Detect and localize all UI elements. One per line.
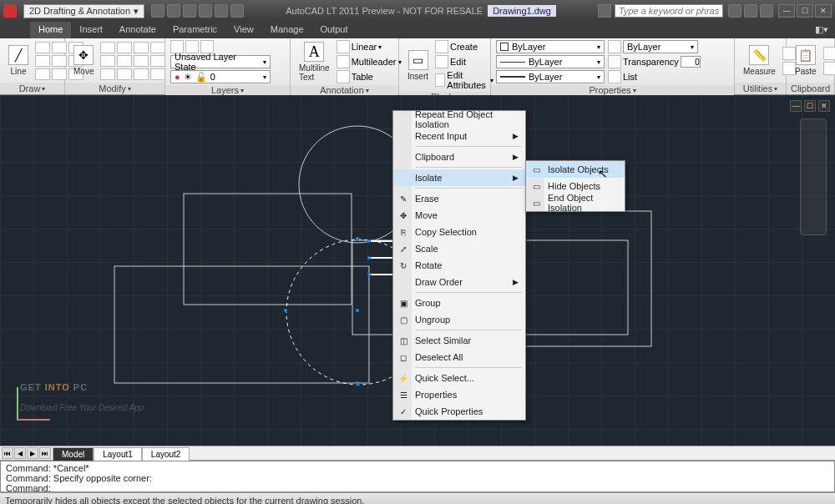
create-button[interactable]: Create [435, 40, 493, 53]
edit-button[interactable]: Edit [435, 55, 493, 68]
ctx-group[interactable]: ▣Group [393, 295, 525, 311]
move-button[interactable]: ✥ Move [70, 43, 97, 78]
cut-icon[interactable] [823, 47, 835, 60]
rect-icon[interactable] [35, 55, 50, 67]
close-button[interactable]: ✕ [815, 4, 832, 18]
scale-icon[interactable] [117, 55, 132, 67]
tab-layout2[interactable]: Layout2 [142, 447, 190, 461]
mtext-button[interactable]: A Multiline Text [296, 40, 333, 83]
paste-button[interactable]: 📋Paste [792, 43, 820, 78]
grip[interactable] [356, 381, 359, 385]
transparency-input[interactable] [681, 56, 701, 68]
ctx-move[interactable]: ✥Move [393, 207, 525, 224]
color-dropdown[interactable]: ByLayer▾ [496, 40, 605, 53]
tab-output[interactable]: Output [312, 22, 357, 38]
rotate-icon[interactable] [117, 42, 132, 53]
measure-button[interactable]: 📏Measure [740, 43, 779, 78]
ctx-properties[interactable]: ☰Properties [393, 386, 525, 403]
spline-icon[interactable] [35, 68, 50, 80]
tab-home[interactable]: Home [30, 22, 71, 38]
qat-redo-icon[interactable] [215, 4, 228, 18]
layer-state-dropdown[interactable]: Unsaved Layer State▾ [170, 55, 271, 68]
canvas-min-icon[interactable]: — [790, 100, 802, 112]
ctx-copy-selection[interactable]: ⎘Copy Selection [393, 224, 525, 240]
grip[interactable] [284, 309, 287, 312]
maximize-button[interactable]: ☐ [797, 4, 813, 18]
qat-open-icon[interactable] [167, 4, 180, 18]
tab-last-icon[interactable]: ⏭ [39, 447, 51, 459]
array-icon[interactable] [134, 68, 149, 80]
ctx-rotate[interactable]: ↻Rotate [393, 257, 525, 274]
tab-prev-icon[interactable]: ◀ [14, 447, 26, 459]
linetype-dropdown[interactable]: ByLayer▾ [496, 55, 605, 68]
ctx-clipboard[interactable]: Clipboard▶ [393, 149, 525, 165]
insert-button[interactable]: ▭ Insert [404, 48, 432, 83]
ctx-deselect-all[interactable]: ◻Deselect All [393, 349, 525, 365]
table-button[interactable]: Table [337, 70, 402, 83]
explode-icon[interactable] [150, 55, 165, 67]
search-input[interactable] [615, 4, 723, 18]
command-line[interactable]: Command: *Cancel* Command: Specify oppos… [0, 461, 835, 492]
ctx-quick-select-[interactable]: ⚡Quick Select... [393, 370, 525, 386]
qat-undo-icon[interactable] [199, 4, 212, 18]
ctx-isolate[interactable]: Isolate▶ [393, 169, 525, 186]
list-button[interactable]: List [608, 70, 708, 83]
search-icon[interactable] [598, 4, 611, 18]
grip[interactable] [367, 239, 371, 243]
minimize-button[interactable]: — [778, 4, 795, 18]
tab-layout1[interactable]: Layout1 [94, 447, 142, 461]
multileader-button[interactable]: Multileader▾ [337, 55, 402, 68]
line-button[interactable]: ╱ Line [5, 43, 32, 78]
ctx-sub-end-object-isolation[interactable]: ▭End Object Isolation [526, 194, 625, 211]
copy-icon[interactable] [100, 42, 115, 53]
mirror-icon[interactable] [100, 55, 115, 67]
erase2-icon[interactable] [150, 42, 165, 53]
qat-save-icon[interactable] [183, 4, 196, 18]
app-logo-icon[interactable] [3, 4, 17, 18]
ctx-sub-hide-objects[interactable]: ▭Hide Objects [526, 178, 625, 194]
tab-model[interactable]: Model [53, 447, 94, 461]
linear-button[interactable]: Linear▾ [337, 40, 402, 53]
tab-next-icon[interactable]: ▶ [27, 447, 38, 459]
ps-icon[interactable] [608, 40, 621, 53]
ribbon-expand-icon[interactable]: ◧▾ [808, 22, 835, 38]
offset-icon[interactable] [150, 68, 165, 80]
tab-insert[interactable]: Insert [71, 22, 111, 38]
ctx-sub-isolate-objects[interactable]: ▭Isolate Objects [526, 161, 625, 178]
ctx-quick-properties[interactable]: ✓Quick Properties [393, 403, 525, 420]
navigation-bar[interactable] [800, 118, 827, 235]
help-icon[interactable] [760, 4, 773, 18]
tab-manage[interactable]: Manage [262, 22, 312, 38]
trim-icon[interactable] [134, 42, 149, 53]
polyline-icon[interactable] [35, 42, 50, 53]
ctx-scale[interactable]: ⤢Scale [393, 240, 525, 257]
fillet-icon[interactable] [100, 68, 115, 80]
grip[interactable] [367, 273, 371, 276]
tab-parametric[interactable]: Parametric [164, 22, 225, 38]
ctx-repeat-end-object-isolation[interactable]: Repeat End Object Isolation [393, 111, 525, 128]
stretch-icon[interactable] [117, 68, 132, 80]
qat-new-icon[interactable] [151, 4, 164, 18]
drawing-canvas[interactable]: — ☐ ✕ GET INTO PC Download Free Your Des… [0, 95, 835, 446]
ctx-select-similar[interactable]: ◫Select Similar [393, 332, 525, 349]
grip[interactable] [356, 309, 359, 312]
tab-view[interactable]: View [225, 22, 262, 38]
editattr-button[interactable]: Edit Attributes▾ [435, 70, 493, 90]
copy2-icon[interactable] [823, 62, 835, 75]
lineweight-dropdown[interactable]: ByLayer▾ [496, 70, 605, 83]
layer-current-dropdown[interactable]: ●☀🔓0▾ [170, 70, 271, 83]
tab-first-icon[interactable]: ⏮ [2, 447, 13, 459]
canvas-max-icon[interactable]: ☐ [804, 100, 816, 112]
grip[interactable] [367, 256, 371, 260]
grip[interactable] [356, 237, 359, 240]
infocenter-icon[interactable] [728, 4, 741, 18]
ctx-ungroup[interactable]: ▢Ungroup [393, 311, 525, 328]
qat-print-icon[interactable] [230, 4, 244, 18]
ctx-draw-order[interactable]: Draw Order▶ [393, 274, 525, 290]
ctx-recent-input[interactable]: Recent Input▶ [393, 128, 525, 144]
workspace-dropdown[interactable]: 2D Drafting & Annotation ▾ [23, 4, 144, 18]
extend-icon[interactable] [134, 55, 149, 67]
ctx-erase[interactable]: ✎Erase [393, 190, 525, 207]
plotstyle-dropdown[interactable]: ByLayer▾ [623, 40, 698, 53]
tab-annotate[interactable]: Annotate [111, 22, 164, 38]
